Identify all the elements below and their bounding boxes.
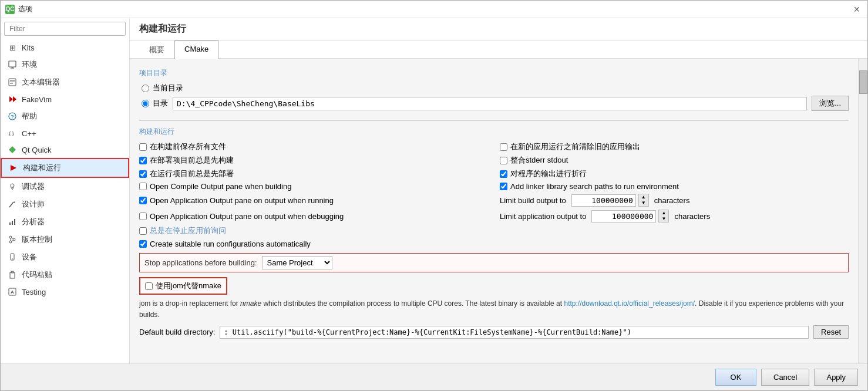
cb-clear-output-label: 在新的应用运行之前清除旧的应用输出 xyxy=(510,141,640,152)
limit-build-group: ▲ ▼ xyxy=(571,194,649,207)
sidebar-label-qtquick: Qt Quick xyxy=(22,146,52,154)
jom-label[interactable]: 使用jom代替nmake xyxy=(156,281,221,291)
cb-limit-build-label: Limit build output to xyxy=(500,196,566,205)
radio-current-dir[interactable]: 当前目录 xyxy=(142,83,849,93)
limit-app-down[interactable]: ▼ xyxy=(659,216,668,222)
checkboxes-grid: 在构建前保存所有文件 在新的应用运行之前清除旧的应用输出 在部署项目前总是先构建 xyxy=(139,141,849,236)
sidebar-item-paste[interactable]: 代码粘贴 xyxy=(1,266,129,284)
svg-line-27 xyxy=(12,238,14,240)
radio-dir-label: 目录 xyxy=(153,98,168,109)
ok-button[interactable]: OK xyxy=(715,369,756,386)
cb-limit-app: Limit application output to ▲ ▼ characte… xyxy=(500,210,849,223)
project-dir-section-title: 项目目录 xyxy=(139,68,849,78)
svg-text:A: A xyxy=(11,289,14,295)
cb-clear-output[interactable]: 在新的应用运行之前清除旧的应用输出 xyxy=(500,141,849,152)
apply-button[interactable]: Apply xyxy=(814,369,858,386)
sidebar-item-device[interactable]: 设备 xyxy=(1,248,129,266)
cb-always-deploy[interactable]: 在运行项目前总是先部署 xyxy=(139,168,488,179)
sidebar-item-env[interactable]: 环境 xyxy=(1,56,129,73)
cancel-button[interactable]: Cancel xyxy=(761,369,809,386)
sidebar-label-kits: Kits xyxy=(22,43,35,52)
radio-input-current[interactable] xyxy=(142,85,149,92)
radio-input-dir[interactable] xyxy=(142,100,149,107)
sidebar-item-build[interactable]: 构建和运行 xyxy=(1,158,129,178)
sidebar-item-cpp[interactable]: {} C++ xyxy=(1,125,129,141)
browse-button[interactable]: 浏览... xyxy=(812,96,849,111)
svg-text:?: ? xyxy=(11,114,14,120)
limit-build-up[interactable]: ▲ xyxy=(639,194,648,200)
sidebar-item-help[interactable]: ? 帮助 xyxy=(1,107,129,125)
cb-add-linker-input[interactable] xyxy=(500,183,507,190)
scrollbar[interactable] xyxy=(858,59,867,363)
sidebar-label-fakevim: FakeVim xyxy=(22,95,52,104)
sidebar-label-cpp: C++ xyxy=(22,129,36,138)
cb-always-build-input[interactable] xyxy=(139,157,147,164)
limit-build-input[interactable] xyxy=(571,194,636,207)
sidebar-label-editor: 文本编辑器 xyxy=(22,77,60,87)
filter-input[interactable] xyxy=(4,22,126,36)
cb-save-before-build-input[interactable] xyxy=(139,143,147,151)
default-build-row: Default build directory: Reset xyxy=(139,325,849,339)
cb-open-compile-label: Open Compile Output pane when building xyxy=(150,182,291,191)
radio-dir[interactable]: 目录 xyxy=(142,98,168,109)
jom-desc-1: jom is a drop-in replacement for xyxy=(139,299,240,308)
stop-apps-select[interactable]: Same Project All None xyxy=(262,256,332,269)
cb-create-run-configs-input[interactable] xyxy=(139,240,147,248)
cb-always-build[interactable]: 在部署项目前总是先构建 xyxy=(139,155,488,166)
cb-ask-before-stop-input[interactable] xyxy=(139,227,147,235)
cb-clear-output-input[interactable] xyxy=(500,143,507,151)
sidebar-item-fakevim[interactable]: FakeVim xyxy=(1,91,129,107)
cb-save-before-build[interactable]: 在构建前保存所有文件 xyxy=(139,141,488,152)
cb-merge-stderr-label: 整合stderr stdout xyxy=(510,155,568,166)
jom-link[interactable]: http://download.qt.io/official_releases/… xyxy=(564,299,695,308)
cb-word-wrap-input[interactable] xyxy=(500,170,507,178)
cb-ask-before-stop[interactable]: 总是在停止应用前询问 xyxy=(139,225,488,236)
build-run-section-title: 构建和运行 xyxy=(139,127,849,137)
tab-overview[interactable]: 概要 xyxy=(139,41,174,59)
scrollbar-thumb xyxy=(859,70,867,94)
cb-merge-stderr[interactable]: 整合stderr stdout xyxy=(500,155,849,166)
close-button[interactable]: ✕ xyxy=(851,4,863,15)
sidebar-item-editor[interactable]: 文本编辑器 xyxy=(1,73,129,91)
jom-checkbox[interactable] xyxy=(145,282,153,290)
limit-app-up[interactable]: ▲ xyxy=(659,210,668,216)
radio-current-label: 当前目录 xyxy=(153,83,183,93)
svg-point-14 xyxy=(11,184,14,187)
sidebar-item-vcs[interactable]: 版本控制 xyxy=(1,231,129,248)
cb-app-output-debug-input[interactable] xyxy=(139,213,147,220)
sidebar-item-kits[interactable]: ⊞ Kits xyxy=(1,39,129,56)
cb-app-output-debug[interactable]: Open Application Output pane on output w… xyxy=(139,210,488,223)
limit-app-group: ▲ ▼ xyxy=(591,210,669,223)
sidebar-item-qtquick[interactable]: Qt Quick xyxy=(1,141,129,158)
cb-merge-stderr-input[interactable] xyxy=(500,157,507,164)
sidebar-item-testing[interactable]: A Testing xyxy=(1,284,129,300)
svg-rect-22 xyxy=(14,219,15,225)
limit-app-input[interactable] xyxy=(591,210,656,223)
cb-app-output-run[interactable]: Open Application Output pane on output w… xyxy=(139,194,488,207)
testing-icon: A xyxy=(8,287,17,296)
limit-build-down[interactable]: ▼ xyxy=(639,200,648,206)
cb-app-output-run-input[interactable] xyxy=(139,197,147,204)
cb-always-deploy-input[interactable] xyxy=(139,170,147,178)
sidebar-item-debugger[interactable]: 调试器 xyxy=(1,178,129,196)
tab-cmake[interactable]: CMake xyxy=(174,41,218,59)
svg-rect-31 xyxy=(10,272,15,278)
sidebar-item-analyzer[interactable]: 分析器 xyxy=(1,213,129,231)
default-build-input[interactable] xyxy=(220,326,809,339)
cb-create-run-configs[interactable]: Create suitable run configurations autom… xyxy=(139,240,849,248)
reset-button[interactable]: Reset xyxy=(813,325,849,339)
cb-open-compile[interactable]: Open Compile Output pane when building xyxy=(139,182,488,191)
sidebar-item-designer[interactable]: 设计师 xyxy=(1,196,129,213)
jom-desc-2: which distributes the compilation proces… xyxy=(261,299,564,308)
cb-add-linker-label: Add linker library search paths to run e… xyxy=(510,182,679,191)
cb-word-wrap[interactable]: 对程序的输出进行折行 xyxy=(500,168,849,179)
cb-limit-app-label: Limit application output to xyxy=(500,212,586,221)
svg-rect-21 xyxy=(12,221,13,225)
jom-description: jom is a drop-in replacement for nmake w… xyxy=(139,298,849,321)
cb-open-compile-input[interactable] xyxy=(139,183,147,190)
designer-icon xyxy=(8,200,17,209)
dir-input[interactable] xyxy=(173,97,807,110)
fakevim-icon xyxy=(8,95,17,104)
sidebar-label-env: 环境 xyxy=(22,59,37,70)
cb-add-linker[interactable]: Add linker library search paths to run e… xyxy=(500,182,849,191)
